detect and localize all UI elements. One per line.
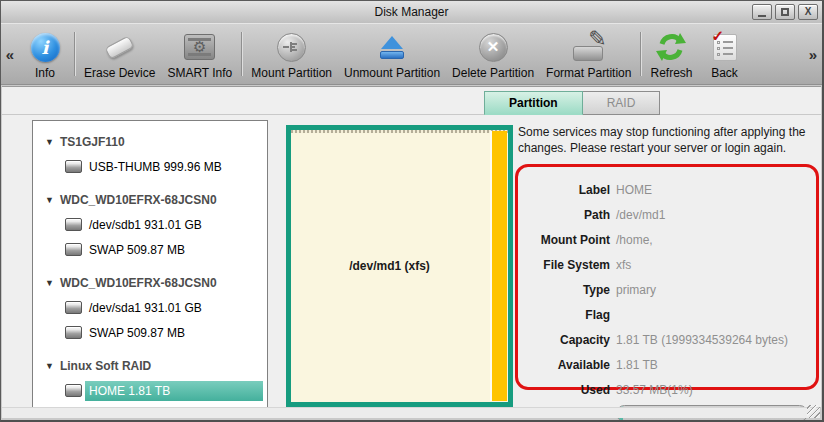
detail-row-mount-point: Mount Point /home, (526, 228, 808, 253)
refresh-button[interactable]: Refresh (644, 24, 698, 84)
detail-value: xfs (616, 258, 631, 272)
warning-text: Some services may stop functioning after… (515, 125, 819, 157)
window-controls: X (752, 4, 818, 20)
expand-triangle-icon[interactable]: ▼ (45, 278, 54, 288)
detail-value: 1.81 TB (1999334539264 bytes) (616, 333, 788, 347)
tree-item-usb-thumb[interactable]: USB-THUMB 999.96 MB (33, 154, 267, 179)
info-button[interactable]: i Info (19, 24, 71, 84)
back-checklist-icon: ✓ (713, 34, 737, 61)
mount-partition-button-label: Mount Partition (251, 66, 332, 80)
tree-group-row-linux-soft-raid[interactable]: ▼ Linux Soft RAID (33, 353, 267, 378)
maximize-icon (781, 8, 789, 16)
unmount-eject-icon (380, 36, 404, 59)
mount-partition-button[interactable]: Mount Partition (245, 24, 338, 84)
close-icon: X (805, 7, 812, 17)
tab-divider-line (2, 114, 821, 115)
detail-value: /dev/md1 (616, 208, 665, 222)
tree-group-row-ts1gjf110[interactable]: ▼ TS1GJF110 (33, 129, 267, 154)
detail-value: HOME (616, 183, 652, 197)
window-title: Disk Manager (374, 5, 448, 19)
tree-item-label: SWAP 509.87 MB (85, 240, 189, 260)
device-tree-panel: ▼ TS1GJF110 USB-THUMB 999.96 MB ▼ WDC_WD… (32, 120, 268, 408)
partition-used-strip (490, 131, 507, 401)
toolbar: « i Info Erase Device ⚙ SMART Info Mount… (1, 23, 822, 85)
tree-group-label: WDC_WD10EFRX-68JCSN0 (60, 193, 217, 207)
detail-value: 1.81 TB (616, 358, 658, 372)
format-partition-button[interactable]: ✎ Format Partition (540, 24, 637, 84)
tree-group: ▼ TS1GJF110 USB-THUMB 999.96 MB (33, 129, 267, 179)
detail-row-file-system: File System xfs (526, 253, 808, 278)
expand-triangle-icon[interactable]: ▼ (45, 195, 54, 205)
tree-group-row-wdc-2[interactable]: ▼ WDC_WD10EFRX-68JCSN0 (33, 270, 267, 295)
delete-partition-button[interactable]: ✕ Delete Partition (446, 24, 540, 84)
highlight-alert-box: Label HOME Path /dev/md1 Mount Point /ho… (515, 164, 819, 390)
toolbar-overflow-left-chevron[interactable]: « (1, 24, 19, 84)
refresh-button-label: Refresh (650, 66, 692, 80)
tree-item-swap-2[interactable]: SWAP 509.87 MB (33, 320, 267, 345)
tab-bar: Partition RAID (484, 91, 660, 115)
tree-group: ▼ WDC_WD10EFRX-68JCSN0 /dev/sdb1 931.01 … (33, 187, 267, 262)
smart-info-button-label: SMART Info (167, 66, 232, 80)
toolbar-overflow-right-chevron[interactable]: » (804, 24, 822, 84)
toolbar-separator (74, 32, 75, 76)
detail-key: Flag (526, 308, 610, 322)
tree-item-label: HOME 1.81 TB (85, 381, 263, 401)
detail-row-path: Path /dev/md1 (526, 203, 808, 228)
eraser-icon (105, 35, 135, 59)
disk-icon (65, 326, 82, 339)
unmount-partition-button-label: Unmount Partition (344, 66, 440, 80)
detail-key: Capacity (526, 333, 610, 347)
tree-item-label: /dev/sda1 931.01 GB (85, 298, 206, 318)
format-partition-button-label: Format Partition (546, 66, 631, 80)
info-icon: i (31, 33, 60, 62)
back-button[interactable]: ✓ Back (699, 24, 751, 84)
minimize-icon (758, 15, 766, 17)
delete-partition-button-label: Delete Partition (452, 66, 534, 80)
disk-icon (65, 160, 82, 173)
expand-triangle-icon[interactable]: ▼ (45, 137, 54, 147)
smart-info-button[interactable]: ⚙ SMART Info (161, 24, 238, 84)
detail-key: Available (526, 358, 610, 372)
smart-disk-icon: ⚙ (184, 34, 215, 60)
detail-value: 33.57 MB(1%) (616, 383, 693, 397)
delete-x-icon: ✕ (479, 33, 508, 62)
tree-item-label: SWAP 509.87 MB (85, 323, 189, 343)
content-area: Partition RAID ▼ TS1GJF110 USB-THUMB 999… (2, 86, 821, 407)
maximize-button[interactable] (775, 4, 795, 20)
disk-icon (65, 243, 82, 256)
detail-key: Label (526, 183, 610, 197)
erase-device-button-label: Erase Device (84, 66, 155, 80)
toolbar-separator (640, 32, 641, 76)
close-button[interactable]: X (798, 4, 818, 20)
tree-item-home-selected[interactable]: HOME 1.81 TB (33, 378, 267, 403)
tab-raid[interactable]: RAID (583, 91, 661, 115)
detail-key: File System (526, 258, 610, 272)
refresh-arrows-icon (655, 31, 687, 63)
disk-icon (65, 218, 82, 231)
tree-item-sda1[interactable]: /dev/sda1 931.01 GB (33, 295, 267, 320)
partition-map-block[interactable]: /dev/md1 (xfs) (286, 125, 513, 407)
tree-item-sdb1[interactable]: /dev/sdb1 931.01 GB (33, 212, 267, 237)
minimize-button[interactable] (752, 4, 772, 20)
detail-key: Used (526, 383, 610, 397)
tree-group-row-wdc-1[interactable]: ▼ WDC_WD10EFRX-68JCSN0 (33, 187, 267, 212)
erase-device-button[interactable]: Erase Device (78, 24, 161, 84)
tree-group: ▼ WDC_WD10EFRX-68JCSN0 /dev/sda1 931.01 … (33, 270, 267, 345)
mount-plug-icon (277, 33, 306, 62)
tree-group-label: WDC_WD10EFRX-68JCSN0 (60, 276, 217, 290)
detail-row-type: Type primary (526, 278, 808, 303)
title-bar[interactable]: Disk Manager X (1, 1, 822, 23)
tree-item-label: /dev/sdb1 931.01 GB (85, 215, 206, 235)
detail-value: /home, (616, 233, 653, 247)
tree-item-swap-1[interactable]: SWAP 509.87 MB (33, 237, 267, 262)
detail-key: Path (526, 208, 610, 222)
detail-key: Mount Point (526, 233, 610, 247)
toolbar-separator (241, 32, 242, 76)
partition-info-panel: Some services may stop functioning after… (515, 125, 819, 390)
unmount-partition-button[interactable]: Unmount Partition (338, 24, 446, 84)
expand-triangle-icon[interactable]: ▼ (45, 361, 54, 371)
resize-grip[interactable] (807, 405, 820, 418)
tab-partition[interactable]: Partition (484, 91, 583, 115)
tree-group: ▼ Linux Soft RAID HOME 1.81 TB (33, 353, 267, 403)
tree-item-label: USB-THUMB 999.96 MB (85, 157, 226, 177)
